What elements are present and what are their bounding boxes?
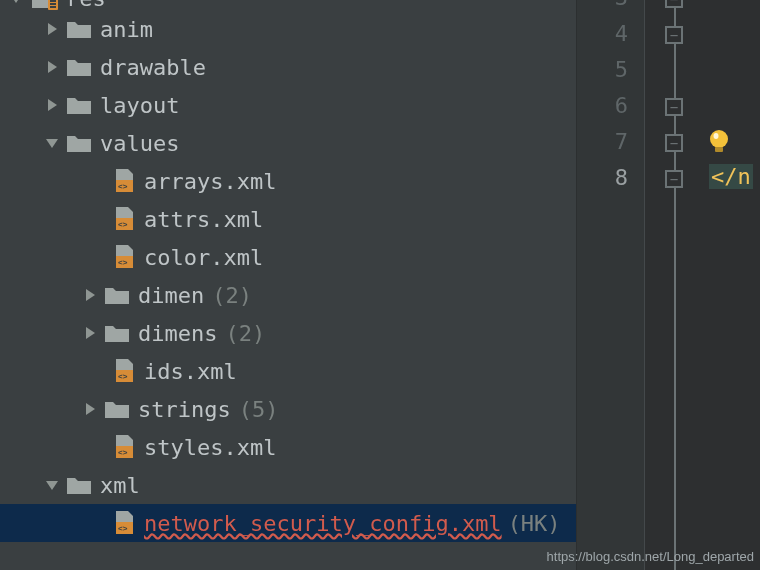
tree-row-ids[interactable]: <> ids.xml — [0, 352, 576, 390]
svg-text:<>: <> — [118, 448, 128, 457]
item-count: (2) — [225, 321, 265, 346]
tree-label: xml — [100, 473, 140, 498]
expand-arrow-right-icon[interactable] — [38, 15, 66, 43]
tree-row-res[interactable]: res — [0, 0, 576, 10]
tree-row-strings[interactable]: strings (5) — [0, 390, 576, 428]
tree-label: network_security_config.xml — [144, 511, 502, 536]
tree-label: strings — [138, 397, 231, 422]
editor-pane: 3 4 5 6 7 8 − − − − − </n h — [577, 0, 760, 570]
tree-label: arrays.xml — [144, 169, 276, 194]
tree-row-anim[interactable]: anim — [0, 10, 576, 48]
item-count: (5) — [239, 397, 279, 422]
tree-label: anim — [100, 17, 153, 42]
line-number[interactable]: 8 — [577, 160, 644, 196]
item-count: (2) — [212, 283, 252, 308]
tree-label: styles.xml — [144, 435, 276, 460]
folder-icon — [66, 56, 92, 78]
tree-row-styles[interactable]: <> styles.xml — [0, 428, 576, 466]
tree-label: dimen — [138, 283, 204, 308]
line-number-gutter: 3 4 5 6 7 8 — [577, 0, 645, 570]
xml-file-icon: <> — [112, 206, 136, 232]
intention-bulb-icon[interactable] — [705, 128, 733, 156]
expand-arrow-down-icon[interactable] — [2, 0, 30, 12]
tree-row-attrs[interactable]: <> attrs.xml — [0, 200, 576, 238]
source-watermark: https://blog.csdn.net/Long_departed — [547, 549, 754, 564]
folder-icon — [66, 474, 92, 496]
expand-arrow-down-icon[interactable] — [38, 471, 66, 499]
tree-label: layout — [100, 93, 179, 118]
expand-arrow-down-icon[interactable] — [38, 129, 66, 157]
svg-rect-2 — [50, 3, 56, 5]
fold-toggle-icon[interactable]: − — [665, 170, 683, 188]
tree-label: res — [66, 0, 106, 11]
svg-text:<>: <> — [118, 524, 128, 533]
fold-toggle-icon[interactable]: − — [665, 134, 683, 152]
folder-icon — [66, 18, 92, 40]
project-tree-pane: res anim drawable — [0, 0, 577, 570]
tree-row-values[interactable]: values — [0, 124, 576, 162]
tree-row-arrays[interactable]: <> arrays.xml — [0, 162, 576, 200]
expand-arrow-right-icon[interactable] — [76, 395, 104, 423]
expand-arrow-right-icon[interactable] — [38, 53, 66, 81]
folder-icon — [66, 132, 92, 154]
fold-toggle-icon[interactable]: − — [665, 26, 683, 44]
tree-row-drawable[interactable]: drawable — [0, 48, 576, 86]
svg-rect-1 — [50, 0, 56, 2]
tree-row-dimen[interactable]: dimen (2) — [0, 276, 576, 314]
expand-arrow-right-icon[interactable] — [38, 91, 66, 119]
fold-toggle-icon[interactable]: − — [665, 0, 683, 8]
folder-icon — [104, 284, 130, 306]
line-number[interactable]: 7 — [577, 124, 644, 160]
tree-row-layout[interactable]: layout — [0, 86, 576, 124]
svg-rect-17 — [715, 147, 723, 152]
xml-file-icon: <> — [112, 358, 136, 384]
tree-label: ids.xml — [144, 359, 237, 384]
folder-icon — [66, 94, 92, 116]
line-number[interactable]: 4 — [577, 16, 644, 52]
res-folder-icon — [30, 0, 58, 10]
tree-row-xml[interactable]: xml — [0, 466, 576, 504]
file-qualifier: (HK) — [508, 511, 561, 536]
svg-point-16 — [710, 130, 728, 148]
fold-gutter: − − − − − — [645, 0, 703, 570]
fold-guide-line — [674, 0, 676, 570]
tree-label: dimens — [138, 321, 217, 346]
tree-label: values — [100, 131, 179, 156]
tree-row-network-security-config[interactable]: <> network_security_config.xml (HK) — [0, 504, 576, 542]
tree-label: color.xml — [144, 245, 263, 270]
svg-text:<>: <> — [118, 258, 128, 267]
line-number[interactable]: 5 — [577, 52, 644, 88]
xml-file-icon: <> — [112, 244, 136, 270]
svg-text:<>: <> — [118, 220, 128, 229]
xml-file-icon: <> — [112, 434, 136, 460]
folder-icon — [104, 398, 130, 420]
xml-closing-tag: </n — [709, 164, 753, 189]
folder-icon — [104, 322, 130, 344]
fold-toggle-icon[interactable]: − — [665, 98, 683, 116]
line-number[interactable]: 3 — [577, 0, 644, 16]
svg-point-18 — [714, 133, 719, 139]
svg-text:<>: <> — [118, 182, 128, 191]
code-area[interactable] — [703, 0, 760, 570]
tree-label: attrs.xml — [144, 207, 263, 232]
xml-file-icon: <> — [112, 510, 136, 536]
code-line-8[interactable]: </n — [709, 164, 753, 189]
tree-row-dimens[interactable]: dimens (2) — [0, 314, 576, 352]
svg-text:<>: <> — [118, 372, 128, 381]
expand-arrow-right-icon[interactable] — [76, 319, 104, 347]
svg-rect-3 — [50, 6, 56, 8]
tree-row-color[interactable]: <> color.xml — [0, 238, 576, 276]
xml-file-icon: <> — [112, 168, 136, 194]
line-number[interactable]: 6 — [577, 88, 644, 124]
expand-arrow-right-icon[interactable] — [76, 281, 104, 309]
tree-label: drawable — [100, 55, 206, 80]
